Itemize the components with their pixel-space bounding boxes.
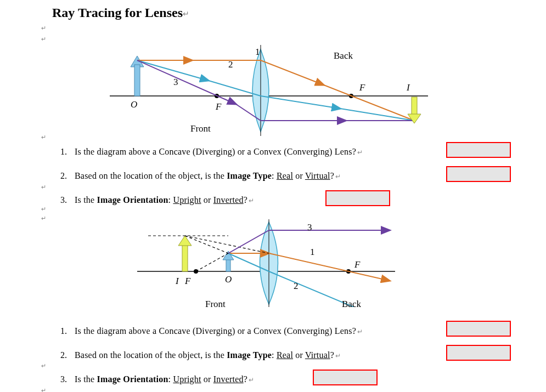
- label-O: O: [225, 274, 232, 285]
- svg-rect-19: [412, 97, 417, 116]
- svg-line-10: [324, 85, 414, 121]
- q-num: 3.: [60, 374, 72, 384]
- q-num: 1.: [60, 326, 72, 336]
- newline-marker: ↵: [183, 10, 189, 18]
- q-num: 2.: [60, 350, 72, 360]
- svg-line-15: [137, 60, 236, 104]
- q-text: Based on the location of the object, is …: [75, 350, 334, 360]
- label-back: Back: [334, 50, 353, 61]
- svg-marker-28: [178, 236, 192, 246]
- svg-line-11: [137, 60, 209, 81]
- question-1-1: 1. Is the diagram above a Concave (Diver…: [60, 147, 363, 157]
- label-front: Front: [205, 299, 226, 310]
- label-back: Back: [342, 299, 361, 310]
- svg-line-13: [261, 96, 340, 109]
- newline-marker: ↵: [335, 173, 341, 180]
- para-marker: ↵: [41, 134, 46, 141]
- label-O: O: [131, 99, 137, 110]
- q-text: Is the Image Orientation: Upright or Inv…: [75, 195, 247, 204]
- label-front: Front: [190, 123, 211, 134]
- question-1-3: 3. Is the Image Orientation: Upright or …: [60, 195, 254, 205]
- svg-line-31: [185, 236, 269, 253]
- para-marker: ↵: [41, 36, 46, 43]
- question-2-1: 1. Is the diagram above a Concave (Diver…: [60, 326, 363, 336]
- answer-box-2-2[interactable]: [446, 345, 511, 361]
- answer-box-1-2[interactable]: [446, 166, 511, 182]
- q-text: Is the Image Orientation: Upright or Inv…: [75, 374, 247, 384]
- para-marker: ↵: [41, 387, 46, 392]
- label-F-back: F: [354, 259, 360, 270]
- ray-label-2: 2: [228, 59, 233, 70]
- lens-diagram-1: [110, 44, 428, 137]
- para-marker: ↵: [41, 215, 46, 222]
- newline-marker: ↵: [357, 149, 363, 156]
- title-text: Ray Tracing for Lenses: [52, 5, 183, 20]
- ray-label-3: 3: [307, 222, 312, 233]
- ray-label-2: 2: [294, 281, 299, 292]
- answer-box-1-1[interactable]: [446, 142, 511, 158]
- svg-line-30: [269, 253, 390, 281]
- ray-label-3: 3: [173, 77, 178, 88]
- question-2-3: 3. Is the Image Orientation: Upright or …: [60, 374, 254, 384]
- q-num: 2.: [60, 171, 72, 181]
- newline-marker: ↵: [335, 352, 341, 360]
- svg-line-38: [196, 253, 228, 271]
- q-text: Is the diagram above a Concave (Divergin…: [75, 147, 356, 156]
- page-title: Ray Tracing for Lenses↵: [52, 5, 189, 20]
- label-I: I: [407, 82, 410, 93]
- label-I: I: [176, 276, 179, 287]
- question-2-2: 2. Based on the location of the object, …: [60, 350, 341, 360]
- svg-line-34: [185, 236, 228, 253]
- answer-box-2-3[interactable]: [313, 370, 378, 385]
- para-marker: ↵: [41, 184, 46, 191]
- q-num: 1.: [60, 147, 72, 157]
- label-F-front: F: [185, 276, 190, 287]
- question-1-2: 2. Based on the location of the object, …: [60, 171, 341, 181]
- ray-label-1: 1: [255, 47, 260, 58]
- para-marker: ↵: [41, 206, 46, 213]
- para-marker: ↵: [41, 362, 46, 370]
- q-num: 3.: [60, 195, 72, 205]
- newline-marker: ↵: [357, 328, 363, 336]
- q-text: Based on the location of the object, is …: [75, 171, 334, 180]
- para-marker: ↵: [41, 25, 46, 32]
- svg-rect-4: [134, 65, 140, 96]
- label-F-front: F: [216, 101, 221, 112]
- q-text: Is the diagram above a Concave (Divergin…: [75, 326, 356, 336]
- svg-rect-27: [182, 243, 188, 271]
- newline-marker: ↵: [249, 376, 254, 384]
- svg-line-9: [261, 60, 324, 85]
- newline-marker: ↵: [249, 197, 254, 204]
- svg-line-14: [340, 109, 414, 121]
- ray-label-1: 1: [310, 247, 315, 258]
- answer-box-2-1[interactable]: [446, 321, 511, 337]
- answer-box-1-3[interactable]: [325, 190, 390, 206]
- label-F-back: F: [359, 82, 365, 93]
